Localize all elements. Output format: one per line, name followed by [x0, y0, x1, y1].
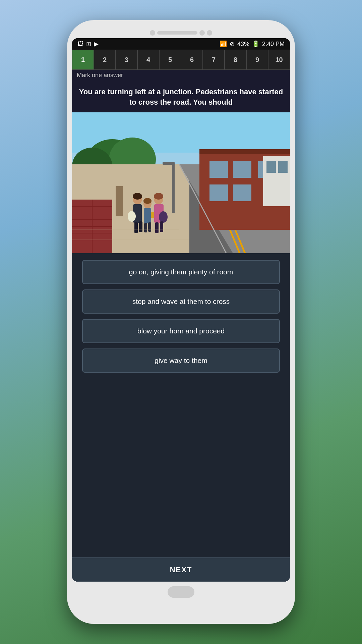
grid-app-icon: ⊞	[86, 40, 91, 48]
tab-10[interactable]: 10	[268, 50, 290, 70]
mark-label: Mark one answer	[72, 70, 290, 81]
svg-rect-25	[278, 161, 288, 173]
front-camera	[150, 30, 155, 36]
svg-point-44	[159, 211, 168, 223]
svg-point-42	[154, 193, 163, 200]
svg-rect-24	[266, 161, 276, 173]
phone-shell: 🖼 ⊞ ▶ 📶 ⊘ 43% 🔋 2:40 PM 1 2 3 4 5 6 7 8 …	[67, 20, 295, 624]
svg-rect-34	[139, 221, 142, 232]
sensor	[199, 30, 205, 36]
home-button[interactable]	[168, 586, 194, 598]
svg-rect-40	[148, 222, 151, 232]
battery-pct: 43%	[237, 41, 249, 48]
tab-1[interactable]: 1	[72, 50, 94, 70]
svg-rect-22	[199, 149, 290, 154]
svg-point-32	[128, 211, 136, 222]
phone-top-bar	[74, 27, 288, 38]
tab-8[interactable]: 8	[225, 50, 246, 70]
svg-rect-39	[144, 223, 147, 232]
answer-3[interactable]: blow your horn and proceed	[82, 319, 280, 343]
answer-1[interactable]: go on, giving them plenty of room	[82, 260, 280, 284]
status-right-info: 📶 ⊘ 43% 🔋 2:40 PM	[220, 40, 285, 48]
svg-rect-26	[172, 163, 175, 213]
phone-screen: 🖼 ⊞ ▶ 📶 ⊘ 43% 🔋 2:40 PM 1 2 3 4 5 6 7 8 …	[72, 38, 290, 582]
wifi-icon: 📶	[220, 40, 227, 48]
svg-rect-33	[134, 222, 138, 233]
answer-4[interactable]: give way to them	[82, 348, 280, 373]
tab-4[interactable]: 4	[137, 50, 159, 70]
svg-point-36	[143, 198, 152, 204]
answer-2[interactable]: stop and wave at them to cross	[82, 289, 280, 314]
svg-rect-21	[233, 184, 251, 201]
svg-rect-28	[116, 186, 123, 216]
svg-rect-45	[155, 222, 159, 233]
street-photo	[72, 112, 290, 253]
status-left-icons: 🖼 ⊞ ▶	[77, 40, 99, 48]
tab-3[interactable]: 3	[116, 50, 137, 70]
tab-2[interactable]: 2	[94, 50, 116, 70]
play-app-icon: ▶	[94, 40, 99, 48]
tab-9[interactable]: 9	[246, 50, 268, 70]
svg-rect-17	[209, 161, 228, 178]
svg-rect-20	[209, 184, 228, 201]
svg-rect-27	[163, 162, 175, 165]
question-text: You are turning left at a junction. Pede…	[72, 81, 290, 112]
svg-rect-37	[144, 208, 151, 223]
status-bar: 🖼 ⊞ ▶ 📶 ⊘ 43% 🔋 2:40 PM	[72, 38, 290, 50]
tab-6[interactable]: 6	[181, 50, 203, 70]
phone-bottom	[74, 582, 288, 601]
tab-5[interactable]: 5	[159, 50, 181, 70]
svg-point-30	[133, 193, 142, 200]
battery-icon: 🔋	[252, 40, 259, 48]
svg-rect-46	[160, 221, 163, 232]
answers-area: go on, giving them plenty of room stop a…	[72, 253, 290, 557]
question-tabs: 1 2 3 4 5 6 7 8 9 10	[72, 50, 290, 70]
speaker	[157, 31, 197, 35]
blocked-icon: ⊘	[230, 40, 235, 48]
time-display: 2:40 PM	[262, 41, 285, 48]
sensor2	[207, 30, 212, 36]
svg-rect-18	[233, 161, 251, 178]
next-button[interactable]: NEXT	[72, 557, 290, 582]
tab-7[interactable]: 7	[203, 50, 225, 70]
image-app-icon: 🖼	[77, 41, 83, 48]
